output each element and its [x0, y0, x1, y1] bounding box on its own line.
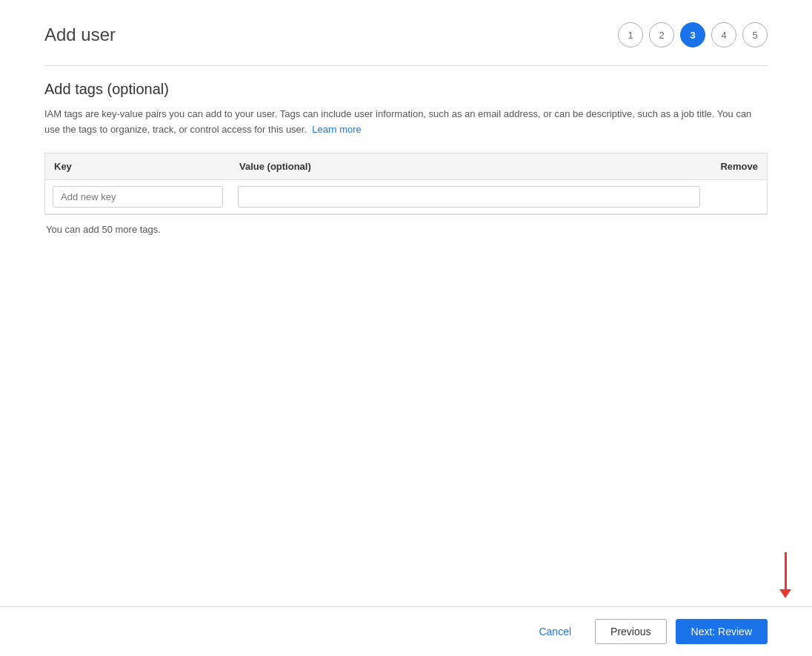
step-3-active[interactable]: 3 — [680, 22, 705, 47]
key-cell — [45, 180, 230, 213]
step-4[interactable]: 4 — [711, 22, 736, 47]
tags-table: Key Value (optional) Remove — [44, 153, 768, 215]
col-value-header: Value (optional) — [230, 153, 708, 179]
arrow-head — [779, 589, 791, 598]
step-2[interactable]: 2 — [649, 22, 674, 47]
step-1[interactable]: 1 — [618, 22, 643, 47]
previous-button[interactable]: Previous — [595, 619, 666, 644]
section-title: Add tags (optional) — [44, 81, 768, 98]
arrow-shaft — [785, 552, 787, 589]
col-key-header: Key — [45, 153, 230, 179]
page-title: Add user — [44, 24, 116, 45]
step-5[interactable]: 5 — [742, 22, 768, 47]
table-header: Key Value (optional) Remove — [45, 153, 767, 180]
value-cell — [230, 180, 708, 213]
remove-cell — [708, 190, 767, 202]
section-divider — [44, 65, 768, 66]
key-input[interactable] — [53, 186, 223, 208]
section-description: IAM tags are key-value pairs you can add… — [44, 107, 756, 138]
footer-bar: Cancel Previous Next: Review — [0, 606, 812, 656]
value-input[interactable] — [238, 186, 700, 208]
cancel-button[interactable]: Cancel — [524, 620, 586, 643]
next-review-button[interactable]: Next: Review — [676, 619, 768, 644]
table-row — [45, 180, 767, 214]
col-remove-header: Remove — [708, 153, 767, 179]
tag-count-text: You can add 50 more tags. — [44, 224, 768, 235]
arrow-indicator — [779, 552, 791, 598]
learn-more-link[interactable]: Learn more — [312, 124, 361, 135]
step-indicators: 1 2 3 4 5 — [618, 22, 768, 47]
